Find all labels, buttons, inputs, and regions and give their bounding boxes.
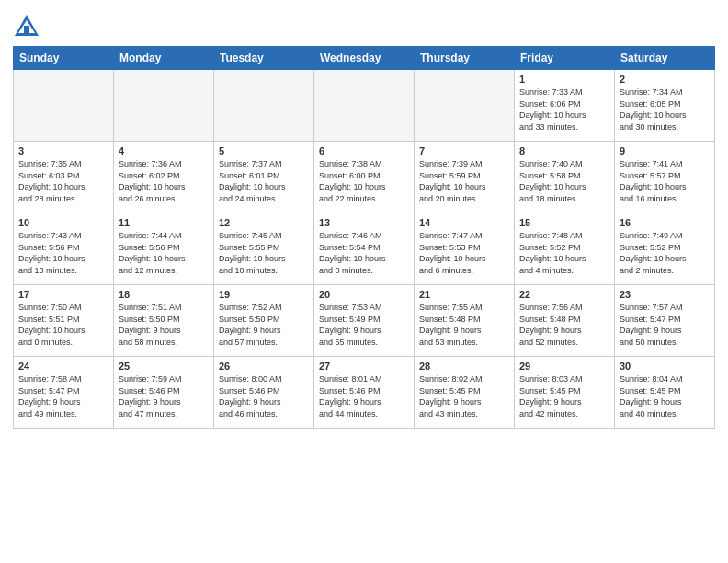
day-number: 17: [18, 289, 108, 300]
day-info: Sunrise: 7:37 AM Sunset: 6:01 PM Dayligh…: [219, 158, 309, 204]
calendar-cell: 12Sunrise: 7:45 AM Sunset: 5:55 PM Dayli…: [214, 213, 314, 285]
calendar-cell: 13Sunrise: 7:46 AM Sunset: 5:54 PM Dayli…: [314, 213, 415, 285]
day-info: Sunrise: 7:59 AM Sunset: 5:46 PM Dayligh…: [119, 373, 209, 419]
week-row-4: 17Sunrise: 7:50 AM Sunset: 5:51 PM Dayli…: [14, 285, 715, 357]
day-number: 5: [219, 145, 309, 156]
day-info: Sunrise: 8:01 AM Sunset: 5:46 PM Dayligh…: [319, 373, 409, 419]
day-number: 30: [620, 361, 710, 372]
day-number: 13: [319, 217, 409, 228]
day-number: 4: [119, 145, 209, 156]
week-row-3: 10Sunrise: 7:43 AM Sunset: 5:56 PM Dayli…: [14, 213, 715, 285]
day-info: Sunrise: 7:51 AM Sunset: 5:50 PM Dayligh…: [119, 302, 209, 348]
calendar-cell: 4Sunrise: 7:36 AM Sunset: 6:02 PM Daylig…: [114, 142, 214, 213]
day-info: Sunrise: 7:50 AM Sunset: 5:51 PM Dayligh…: [18, 302, 108, 348]
calendar-cell: 25Sunrise: 7:59 AM Sunset: 5:46 PM Dayli…: [114, 357, 214, 429]
day-number: 3: [18, 145, 108, 156]
calendar-cell: [214, 70, 314, 142]
week-row-2: 3Sunrise: 7:35 AM Sunset: 6:03 PM Daylig…: [14, 142, 715, 213]
calendar-cell: 9Sunrise: 7:41 AM Sunset: 5:57 PM Daylig…: [615, 142, 715, 213]
day-info: Sunrise: 7:40 AM Sunset: 5:58 PM Dayligh…: [519, 158, 609, 204]
day-number: 24: [18, 361, 108, 372]
calendar-cell: 10Sunrise: 7:43 AM Sunset: 5:56 PM Dayli…: [14, 213, 114, 285]
calendar-cell: 3Sunrise: 7:35 AM Sunset: 6:03 PM Daylig…: [14, 142, 114, 213]
day-info: Sunrise: 8:04 AM Sunset: 5:45 PM Dayligh…: [620, 373, 710, 419]
calendar-cell: [14, 70, 114, 142]
col-header-friday: Friday: [515, 47, 615, 70]
day-number: 21: [419, 289, 509, 300]
calendar-cell: 27Sunrise: 8:01 AM Sunset: 5:46 PM Dayli…: [314, 357, 415, 429]
day-info: Sunrise: 7:56 AM Sunset: 5:48 PM Dayligh…: [519, 302, 609, 348]
day-number: 18: [119, 289, 209, 300]
col-header-saturday: Saturday: [615, 47, 715, 70]
col-header-thursday: Thursday: [415, 47, 515, 70]
svg-rect-2: [24, 26, 29, 33]
calendar-cell: 19Sunrise: 7:52 AM Sunset: 5:50 PM Dayli…: [214, 285, 314, 357]
day-number: 15: [519, 217, 609, 228]
logo: [13, 13, 44, 40]
calendar-cell: 20Sunrise: 7:53 AM Sunset: 5:49 PM Dayli…: [314, 285, 415, 357]
header: [13, 9, 715, 40]
col-header-wednesday: Wednesday: [314, 47, 415, 70]
day-info: Sunrise: 7:44 AM Sunset: 5:56 PM Dayligh…: [119, 230, 209, 276]
day-info: Sunrise: 7:43 AM Sunset: 5:56 PM Dayligh…: [18, 230, 108, 276]
calendar-cell: 29Sunrise: 8:03 AM Sunset: 5:45 PM Dayli…: [515, 357, 615, 429]
calendar-cell: 26Sunrise: 8:00 AM Sunset: 5:46 PM Dayli…: [214, 357, 314, 429]
calendar-cell: 22Sunrise: 7:56 AM Sunset: 5:48 PM Dayli…: [515, 285, 615, 357]
page-container: SundayMondayTuesdayWednesdayThursdayFrid…: [0, 0, 728, 434]
calendar-cell: 24Sunrise: 7:58 AM Sunset: 5:47 PM Dayli…: [14, 357, 114, 429]
calendar-cell: 1Sunrise: 7:33 AM Sunset: 6:06 PM Daylig…: [515, 70, 615, 142]
col-header-monday: Monday: [114, 47, 214, 70]
calendar-cell: 11Sunrise: 7:44 AM Sunset: 5:56 PM Dayli…: [114, 213, 214, 285]
calendar-cell: 21Sunrise: 7:55 AM Sunset: 5:48 PM Dayli…: [415, 285, 515, 357]
calendar-cell: 15Sunrise: 7:48 AM Sunset: 5:52 PM Dayli…: [515, 213, 615, 285]
calendar-table: SundayMondayTuesdayWednesdayThursdayFrid…: [13, 46, 715, 429]
day-number: 11: [119, 217, 209, 228]
logo-icon: [13, 13, 40, 40]
day-info: Sunrise: 7:55 AM Sunset: 5:48 PM Dayligh…: [419, 302, 509, 348]
day-info: Sunrise: 7:52 AM Sunset: 5:50 PM Dayligh…: [219, 302, 309, 348]
calendar-cell: 18Sunrise: 7:51 AM Sunset: 5:50 PM Dayli…: [114, 285, 214, 357]
day-info: Sunrise: 7:47 AM Sunset: 5:53 PM Dayligh…: [419, 230, 509, 276]
day-number: 8: [519, 145, 609, 156]
header-row: SundayMondayTuesdayWednesdayThursdayFrid…: [14, 47, 715, 70]
day-number: 23: [620, 289, 710, 300]
day-info: Sunrise: 7:39 AM Sunset: 5:59 PM Dayligh…: [419, 158, 509, 204]
day-number: 2: [620, 74, 710, 85]
day-number: 12: [219, 217, 309, 228]
day-number: 29: [519, 361, 609, 372]
day-info: Sunrise: 8:02 AM Sunset: 5:45 PM Dayligh…: [419, 373, 509, 419]
day-number: 1: [519, 74, 609, 85]
day-number: 14: [419, 217, 509, 228]
day-info: Sunrise: 7:41 AM Sunset: 5:57 PM Dayligh…: [620, 158, 710, 204]
day-info: Sunrise: 8:00 AM Sunset: 5:46 PM Dayligh…: [219, 373, 309, 419]
day-info: Sunrise: 7:48 AM Sunset: 5:52 PM Dayligh…: [519, 230, 609, 276]
calendar-cell: 16Sunrise: 7:49 AM Sunset: 5:52 PM Dayli…: [615, 213, 715, 285]
day-number: 9: [620, 145, 710, 156]
day-number: 16: [620, 217, 710, 228]
week-row-5: 24Sunrise: 7:58 AM Sunset: 5:47 PM Dayli…: [14, 357, 715, 429]
day-info: Sunrise: 7:58 AM Sunset: 5:47 PM Dayligh…: [18, 373, 108, 419]
day-number: 7: [419, 145, 509, 156]
day-info: Sunrise: 7:35 AM Sunset: 6:03 PM Dayligh…: [18, 158, 108, 204]
day-number: 26: [219, 361, 309, 372]
day-info: Sunrise: 8:03 AM Sunset: 5:45 PM Dayligh…: [519, 373, 609, 419]
calendar-cell: [114, 70, 214, 142]
col-header-tuesday: Tuesday: [214, 47, 314, 70]
calendar-cell: 30Sunrise: 8:04 AM Sunset: 5:45 PM Dayli…: [615, 357, 715, 429]
calendar-cell: 5Sunrise: 7:37 AM Sunset: 6:01 PM Daylig…: [214, 142, 314, 213]
day-info: Sunrise: 7:34 AM Sunset: 6:05 PM Dayligh…: [620, 86, 710, 132]
calendar-cell: 2Sunrise: 7:34 AM Sunset: 6:05 PM Daylig…: [615, 70, 715, 142]
day-number: 10: [18, 217, 108, 228]
day-number: 6: [319, 145, 409, 156]
calendar-cell: [314, 70, 415, 142]
calendar-cell: 7Sunrise: 7:39 AM Sunset: 5:59 PM Daylig…: [415, 142, 515, 213]
calendar-cell: 8Sunrise: 7:40 AM Sunset: 5:58 PM Daylig…: [515, 142, 615, 213]
calendar-cell: 28Sunrise: 8:02 AM Sunset: 5:45 PM Dayli…: [415, 357, 515, 429]
day-info: Sunrise: 7:36 AM Sunset: 6:02 PM Dayligh…: [119, 158, 209, 204]
calendar-cell: 23Sunrise: 7:57 AM Sunset: 5:47 PM Dayli…: [615, 285, 715, 357]
calendar-cell: 14Sunrise: 7:47 AM Sunset: 5:53 PM Dayli…: [415, 213, 515, 285]
day-info: Sunrise: 7:53 AM Sunset: 5:49 PM Dayligh…: [319, 302, 409, 348]
day-info: Sunrise: 7:33 AM Sunset: 6:06 PM Dayligh…: [519, 86, 609, 132]
day-number: 20: [319, 289, 409, 300]
day-info: Sunrise: 7:57 AM Sunset: 5:47 PM Dayligh…: [620, 302, 710, 348]
